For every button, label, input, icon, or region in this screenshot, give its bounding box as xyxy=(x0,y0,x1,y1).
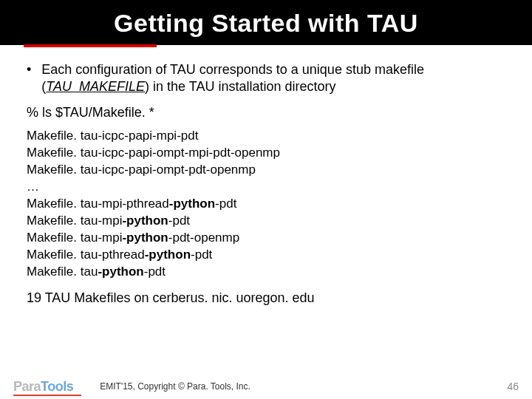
makefile-row: Makefile. tau-icpc-papi-ompt-mpi-pdt-ope… xyxy=(27,145,507,162)
makefile-pre: … xyxy=(27,180,39,194)
makefile-row: Makefile. tau-icpc-papi-mpi-pdt xyxy=(27,128,507,145)
bullet-icon: • xyxy=(27,61,31,78)
makefile-pre: Makefile. tau-icpc-papi-ompt-mpi-pdt-ope… xyxy=(27,146,280,160)
makefile-post: -pdt xyxy=(191,248,212,262)
makefile-pre: Makefile. tau xyxy=(27,265,98,279)
makefile-pre: Makefile. tau-icpc-papi-mpi-pdt xyxy=(27,129,198,143)
slide-title: Getting Started with TAU xyxy=(0,9,532,38)
makefile-row: … xyxy=(27,179,507,196)
makefile-python: -python xyxy=(169,197,215,211)
makefile-row: Makefile. tau-pthread-python-pdt xyxy=(27,247,507,264)
logo-underline xyxy=(13,395,81,396)
makefile-post: -pdt-openmp xyxy=(168,231,239,245)
makefile-pre: Makefile. tau-pthread xyxy=(27,248,145,262)
makefile-post: -pdt xyxy=(168,214,190,228)
makefile-row: Makefile. tau-python-pdt xyxy=(27,264,507,281)
makefile-row: Makefile. tau-mpi-python-pdt xyxy=(27,213,507,230)
makefile-row: Makefile. tau-icpc-papi-ompt-pdt-openmp xyxy=(27,162,507,179)
makefile-post: -pdt xyxy=(215,197,236,211)
command-line: % ls $TAU/Makefile. * xyxy=(27,105,505,120)
accent-bar xyxy=(24,44,157,47)
title-bar: Getting Started with TAU xyxy=(0,0,532,45)
logo-tools: Tools xyxy=(41,379,73,395)
makefile-pre: Makefile. tau-icpc-papi-ompt-pdt-openmp xyxy=(27,163,256,177)
logo-para: Para xyxy=(13,379,41,395)
logo: ParaTools xyxy=(13,379,73,395)
copyright: EMIT'15, Copyright © Para. Tools, Inc. xyxy=(73,381,507,392)
makefile-python: -python xyxy=(145,248,191,262)
page-number: 46 xyxy=(507,381,519,392)
bullet-post: ) in the TAU installation directory xyxy=(145,79,335,94)
content-area: • Each configuration of TAU corresponds … xyxy=(0,45,532,306)
makefile-list: Makefile. tau-icpc-papi-mpi-pdtMakefile.… xyxy=(27,128,507,280)
makefile-pre: Makefile. tau-mpi xyxy=(27,214,122,228)
makefile-pre: Makefile. tau-mpi xyxy=(27,231,122,245)
makefile-python: -python xyxy=(98,265,143,279)
makefile-python: -python xyxy=(122,214,168,228)
summary-line: 19 TAU Makefiles on cerberus. nic. uoreg… xyxy=(27,290,505,306)
bullet-var: TAU_MAKEFILE xyxy=(46,79,145,94)
makefile-pre: Makefile. tau-mpi-pthread xyxy=(27,197,169,211)
bullet-item: • Each configuration of TAU corresponds … xyxy=(25,61,507,95)
bullet-text: Each configuration of TAU corresponds to… xyxy=(41,61,507,95)
makefile-row: Makefile. tau-mpi-python-pdt-openmp xyxy=(27,230,507,247)
slide: Getting Started with TAU • Each configur… xyxy=(0,0,532,399)
makefile-post: -pdt xyxy=(144,265,166,279)
makefile-row: Makefile. tau-mpi-pthread-python-pdt xyxy=(27,196,507,213)
makefile-python: -python xyxy=(122,231,168,245)
footer: ParaTools EMIT'15, Copyright © Para. Too… xyxy=(0,374,532,399)
